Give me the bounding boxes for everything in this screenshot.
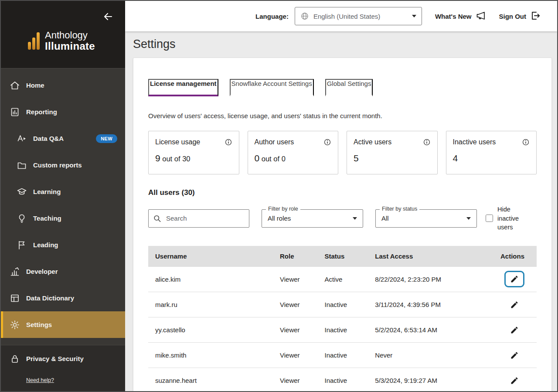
edit-user-button[interactable] [504, 347, 524, 364]
sign-out-icon [530, 10, 541, 22]
column-header-role: Role [276, 246, 321, 267]
search-box [148, 209, 249, 228]
custom-reports-icon [17, 160, 27, 170]
stat-label: Active users [354, 138, 391, 146]
stat-value: 0 out of 0 [255, 153, 332, 164]
role-cell: Viewer [276, 343, 321, 368]
sidebar-item-settings[interactable]: Settings [1, 311, 125, 338]
arrow-left-icon [103, 17, 113, 23]
stat-value: 9 out of 30 [155, 153, 232, 164]
collapse-sidebar-button[interactable] [102, 10, 115, 24]
stat-card-active-users: Active users 5 [347, 131, 438, 174]
sidebar-item-label: Settings [26, 321, 52, 328]
hide-inactive-label[interactable]: Hide inactive users [497, 205, 523, 232]
status-cell: Inactive [321, 292, 371, 317]
sidebar-item-label: Leading [33, 241, 58, 249]
pencil-icon [510, 351, 519, 360]
user-filters: Filter by role All roles Filter by statu… [148, 205, 537, 232]
learning-icon [17, 187, 27, 197]
username-cell: mark.ru [148, 292, 276, 317]
edit-user-button[interactable] [504, 322, 524, 338]
data-dictionary-icon [10, 293, 20, 303]
sidebar-item-label: Privacy & Security [26, 355, 84, 362]
edit-user-button[interactable] [504, 372, 524, 389]
language-select[interactable]: English (United States) [295, 7, 422, 25]
settings-card: License management Snowflake Account Set… [133, 58, 552, 391]
whats-new-button[interactable]: What's New [435, 10, 486, 22]
sign-out-button[interactable]: Sign Out [499, 10, 541, 22]
whats-new-label: What's New [435, 13, 472, 20]
language-group: Language: English (United States) [255, 7, 422, 25]
users-table-header: Username Role Status Last Access Actions [148, 246, 537, 267]
reporting-icon [10, 107, 20, 117]
edit-user-button[interactable] [504, 297, 524, 313]
home-icon [10, 80, 20, 91]
pencil-icon [510, 376, 519, 385]
status-cell: Inactive [321, 317, 371, 343]
privacy-lock-icon [10, 354, 20, 364]
sidebar-bottom: Privacy & Security Need help? [1, 345, 125, 391]
sidebar-item-reporting[interactable]: Reporting [1, 99, 125, 125]
chevron-down-icon [353, 217, 357, 220]
sidebar-item-data-dictionary[interactable]: Data Dictionary [1, 285, 125, 311]
filter-by-role-legend: Filter by role [266, 206, 300, 212]
topbar: Language: English (United States) What's… [125, 1, 557, 31]
page-title: Settings [133, 37, 552, 51]
sidebar-item-label: Custom reports [33, 161, 82, 169]
stat-card-license-usage: License usage 9 out of 30 [148, 131, 239, 174]
role-cell: Viewer [276, 317, 321, 343]
filter-by-status-select[interactable]: Filter by status All [375, 209, 477, 228]
tabs: License management Snowflake Account Set… [148, 79, 537, 96]
info-icon[interactable] [225, 138, 232, 146]
sidebar-bottom-nav: Privacy & Security [1, 345, 125, 372]
tab-snowflake-account-settings[interactable]: Snowflake Account Settings [230, 79, 314, 96]
last-access-cell: 5/2/2024, 6:53:14 AM [371, 317, 482, 343]
pencil-icon [510, 300, 519, 309]
tab-global-settings[interactable]: Global Settings [325, 79, 373, 96]
filter-by-role-select[interactable]: Filter by role All roles [262, 209, 363, 228]
table-row: alice.kim Viewer Active 8/22/2024, 2:23:… [148, 267, 537, 292]
megaphone-icon [476, 10, 486, 22]
table-row: mark.ru Viewer Inactive 3/11/2024, 4:39:… [148, 292, 537, 317]
edit-user-button[interactable] [504, 271, 524, 287]
sidebar-item-home[interactable]: Home [1, 72, 125, 99]
brand-line1: Anthology [45, 30, 95, 41]
pencil-icon [510, 326, 519, 334]
hide-inactive-checkbox[interactable] [486, 215, 493, 222]
sidebar-item-learning[interactable]: Learning [1, 178, 125, 205]
sidebar-item-developer[interactable]: Developer [1, 258, 125, 285]
search-input[interactable] [148, 209, 249, 228]
sidebar-item-label: Data Dictionary [26, 294, 74, 302]
sidebar-header: Anthology Illuminate [1, 1, 125, 68]
tab-license-management[interactable]: License management [148, 79, 218, 96]
last-access-cell: 5/3/2024, 9:19:27 AM [371, 368, 482, 391]
column-header-last-access: Last Access [371, 246, 482, 267]
status-cell: Inactive [321, 343, 371, 368]
info-icon[interactable] [423, 138, 431, 146]
language-value: English (United States) [313, 13, 408, 20]
role-cell: Viewer [276, 292, 321, 317]
stats-row: License usage 9 out of 30 Author users 0… [148, 131, 537, 174]
info-icon[interactable] [323, 138, 331, 146]
sidebar-item-custom-reports[interactable]: Custom reports [1, 152, 125, 178]
sidebar-item-data-q-a[interactable]: Data Q&A NEW [1, 125, 125, 152]
need-help-link[interactable]: Need help? [26, 377, 54, 383]
sidebar-item-label: Learning [33, 188, 61, 195]
leading-icon [17, 240, 27, 250]
status-cell: Inactive [321, 368, 371, 391]
sidebar-item-teaching[interactable]: Teaching [1, 205, 125, 232]
main-content: Settings License management Snowflake Ac… [125, 31, 557, 391]
sidebar-item-label: Data Q&A [33, 135, 64, 142]
username-cell: mike.smith [148, 343, 276, 368]
globe-icon [300, 12, 309, 20]
stat-card-inactive-users: Inactive users 4 [446, 131, 537, 174]
sidebar-item-label: Home [26, 82, 44, 89]
sidebar-item-privacy-security[interactable]: Privacy & Security [1, 345, 125, 372]
filter-by-status-value: All [381, 215, 389, 222]
stat-label: Author users [255, 138, 294, 146]
info-icon[interactable] [522, 138, 530, 146]
brand-line2: Illuminate [45, 41, 95, 52]
status-cell: Active [321, 267, 371, 292]
sidebar-item-leading[interactable]: Leading [1, 232, 125, 258]
filter-by-role-value: All roles [268, 215, 291, 222]
